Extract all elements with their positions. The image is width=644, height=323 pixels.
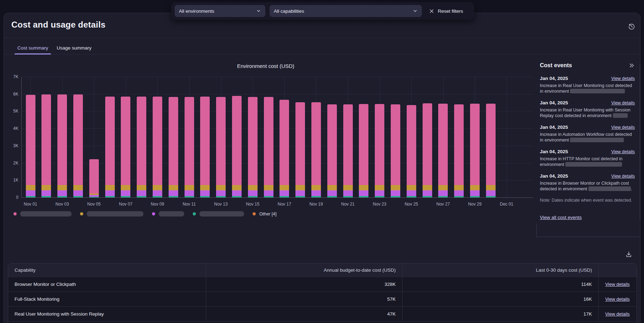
column-divider <box>402 307 402 321</box>
capabilities-select[interactable]: All capabilities <box>270 5 422 17</box>
bar-segment-redacted-gold <box>153 185 162 190</box>
chart-bar[interactable] <box>454 77 464 197</box>
bar-segment-redacted-teal <box>26 196 35 197</box>
chart-bar[interactable] <box>407 77 416 197</box>
chart-bar[interactable] <box>73 77 83 197</box>
events-scrollbar-track[interactable] <box>640 64 640 220</box>
table-body: Browser Monitor or Clickpath328K114KView… <box>8 277 637 323</box>
legend-swatch-icon <box>253 212 256 215</box>
chart-bar[interactable] <box>153 77 162 197</box>
legend-item-4[interactable] <box>193 211 244 217</box>
chart-bar[interactable] <box>216 77 226 197</box>
bar-segment-redacted-teal <box>232 196 242 197</box>
sidebar-footer-left-divider <box>536 224 537 237</box>
cell-capability: Browser Monitor or Clickpath <box>8 282 206 287</box>
view-details-link[interactable]: View details <box>605 282 629 287</box>
chart-bar[interactable] <box>486 77 496 197</box>
view-details-link[interactable]: View details <box>611 174 635 179</box>
bar-segment-redacted-purple <box>279 190 289 196</box>
bar-segment-redacted-pink <box>169 97 178 185</box>
view-details-link[interactable]: View details <box>605 311 629 317</box>
bar-segment-redacted-teal <box>311 196 321 197</box>
bar-segment-redacted-gold <box>359 185 368 190</box>
view-details-link[interactable]: View details <box>611 100 635 105</box>
cost-event-date: Jan 04, 2025 <box>540 76 568 81</box>
chart-bar[interactable] <box>232 77 242 197</box>
chart-bar[interactable] <box>105 77 115 197</box>
chart-bar[interactable] <box>137 77 146 197</box>
bar-segment-redacted-teal <box>185 196 194 197</box>
chart-bar[interactable] <box>295 77 305 197</box>
bar-segment-redacted-teal <box>343 196 353 197</box>
legend-label-redacted <box>20 211 72 217</box>
cell-last-30-days-cost: 114K <box>402 282 598 287</box>
bar-segment-redacted-purple <box>359 190 368 196</box>
chart-bar[interactable] <box>423 77 432 197</box>
bar-segment-redacted-gold <box>343 185 353 190</box>
bar-segment-redacted-teal <box>375 196 384 197</box>
chart-bar[interactable] <box>438 77 448 197</box>
bar-segment-redacted-teal <box>216 196 226 197</box>
legend-item-5[interactable]: Other [4] <box>253 212 277 217</box>
legend-label-redacted <box>199 211 244 217</box>
chart-bar[interactable] <box>279 77 289 197</box>
chart-bar[interactable] <box>41 77 51 197</box>
chart-bar[interactable] <box>327 77 337 197</box>
collapse-panel-button[interactable] <box>628 62 635 69</box>
chart-bar[interactable] <box>89 77 99 197</box>
chart-bar[interactable] <box>391 77 400 197</box>
legend-swatch-icon <box>152 212 155 215</box>
view-details-link[interactable]: View details <box>611 149 635 154</box>
bar-segment-redacted-purple <box>311 190 321 196</box>
cost-event-header: Jan 04, 2025View details <box>540 125 635 130</box>
bar-segment-redacted-teal <box>486 196 496 197</box>
chart-bar[interactable] <box>311 77 321 197</box>
chart-bar[interactable] <box>121 77 130 197</box>
column-divider <box>598 307 599 321</box>
view-details-link[interactable]: View details <box>611 76 635 81</box>
cell-last-30-days-cost: 16K <box>402 296 598 302</box>
chart-bar[interactable] <box>375 77 384 197</box>
bar-segment-redacted-pink <box>486 104 496 185</box>
cost-event-header: Jan 04, 2025View details <box>540 100 635 105</box>
bar-segment-redacted-purple <box>216 190 226 196</box>
chart-bar[interactable] <box>200 77 210 197</box>
chart-bar[interactable] <box>343 77 353 197</box>
bar-segment-redacted-gold <box>26 185 35 190</box>
bar-segment-redacted-purple <box>121 190 130 196</box>
bar-segment-redacted-pink <box>279 100 289 185</box>
legend-item-2[interactable] <box>80 211 143 217</box>
bar-segment-redacted-gold <box>423 185 432 190</box>
bar-segment-redacted-pink <box>232 96 242 185</box>
chart-bar[interactable] <box>26 77 35 197</box>
bar-segment-redacted-gold <box>185 185 194 190</box>
download-button[interactable] <box>623 248 635 260</box>
chart-bar[interactable] <box>57 77 67 197</box>
chart-bar[interactable] <box>264 77 273 197</box>
bar-segment-redacted-pink <box>216 97 226 185</box>
tab-usage-summary[interactable]: Usage summary <box>52 42 96 54</box>
column-divider <box>598 277 599 292</box>
reset-filters-button[interactable]: Reset filters <box>426 6 466 16</box>
chart-bar[interactable] <box>470 77 480 197</box>
view-details-link[interactable]: View details <box>605 296 629 302</box>
sidebar-footer-bottom-divider <box>536 237 640 237</box>
redacted-environment-name <box>570 89 625 93</box>
view-details-link[interactable]: View details <box>611 125 635 130</box>
tab-cost-summary[interactable]: Cost summary <box>13 42 52 54</box>
chart-bar[interactable] <box>185 77 194 197</box>
chart-bar[interactable] <box>248 77 258 197</box>
bar-segment-redacted-purple <box>26 190 35 196</box>
environments-select[interactable]: All environments <box>175 5 265 17</box>
chart-bar[interactable] <box>359 77 368 197</box>
environments-select-value: All environments <box>179 8 214 14</box>
bar-segment-redacted-teal <box>89 197 99 197</box>
bar-segment-redacted-purple <box>327 190 337 196</box>
history-button[interactable] <box>626 21 638 33</box>
chevron-down-icon <box>413 8 418 13</box>
view-all-cost-events-link[interactable]: View all cost events <box>540 215 582 220</box>
legend-item-1[interactable] <box>13 211 72 217</box>
legend-item-3[interactable] <box>152 211 184 217</box>
chart-bar[interactable] <box>169 77 178 197</box>
chart-legend: Other [4] <box>13 211 285 217</box>
